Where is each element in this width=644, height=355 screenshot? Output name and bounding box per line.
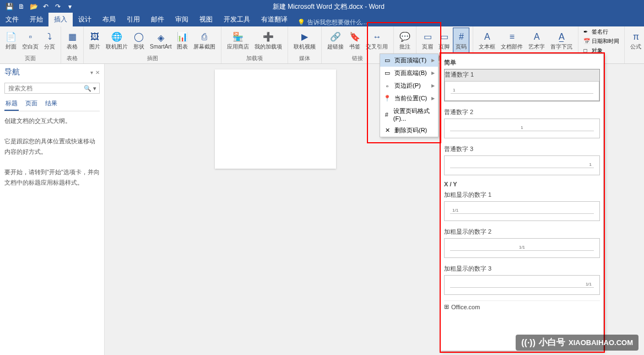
ribbon-label: 表格 bbox=[67, 43, 78, 51]
ribbon-图片[interactable]: 🖼图片 bbox=[87, 28, 102, 54]
search-icon[interactable]: 🔍 ▾ bbox=[84, 85, 96, 92]
ribbon-label: 签名行 bbox=[592, 28, 608, 36]
ribbon-页码[interactable]: #页码 bbox=[453, 28, 469, 54]
tab-layout[interactable]: 布局 bbox=[97, 13, 121, 26]
ribbon-批注[interactable]: 💬批注 bbox=[397, 28, 413, 54]
nav-tab-headings[interactable]: 标题 bbox=[4, 97, 19, 111]
pn-item-删除页码(R)[interactable]: ✕删除页码(R) bbox=[380, 124, 438, 137]
redo-icon[interactable]: ↷ bbox=[53, 2, 63, 12]
tab-view[interactable]: 视图 bbox=[194, 13, 218, 26]
gallery-item[interactable]: 加粗显示的数字 21/1 bbox=[444, 227, 600, 258]
ribbon-SmartArt[interactable]: ◈SmartArt bbox=[148, 28, 174, 54]
ribbon-icon: 🔖 bbox=[349, 31, 360, 42]
tab-design[interactable]: 设计 bbox=[73, 13, 97, 26]
pn-item-页面底端(B)[interactable]: ▭页面底端(B)▶ bbox=[380, 67, 438, 79]
tab-developer[interactable]: 开发工具 bbox=[218, 13, 256, 26]
ribbon-联机视频[interactable]: ▶联机视频 bbox=[291, 28, 318, 54]
gallery-item-title: 普通数字 2 bbox=[444, 107, 600, 117]
ribbon-日期和时间[interactable]: 📅日期和时间 bbox=[582, 37, 621, 46]
ribbon-页脚[interactable]: ▭页脚 bbox=[436, 28, 452, 54]
pn-item-页面顶端(T)[interactable]: ▭页面顶端(T)▶ bbox=[380, 54, 438, 67]
ribbon-联机图片[interactable]: 🌐联机图片 bbox=[104, 28, 130, 54]
qat-more-icon[interactable]: ▾ bbox=[65, 2, 75, 12]
ribbon-签名行[interactable]: ✒签名行 bbox=[582, 28, 621, 36]
gallery-item[interactable]: 加粗显示的数字 11/1 bbox=[444, 190, 600, 221]
office-icon: ⊞ bbox=[444, 303, 449, 310]
ribbon-label: 形状 bbox=[133, 43, 144, 51]
pn-item-设置页码格式(F)...[interactable]: #设置页码格式(F)... bbox=[380, 105, 438, 124]
open-icon[interactable]: 📂 bbox=[29, 2, 39, 12]
ribbon-空白页[interactable]: ▫空白页 bbox=[20, 28, 41, 54]
ribbon-文档部件[interactable]: ≡文档部件 bbox=[499, 28, 525, 54]
save-icon[interactable]: 💾 bbox=[4, 2, 14, 12]
ribbon-页眉[interactable]: ▭页眉 bbox=[420, 28, 435, 54]
gallery-item-title: 加粗显示的数字 3 bbox=[444, 263, 600, 274]
tab-references[interactable]: 引用 bbox=[121, 13, 145, 26]
ribbon-超链接[interactable]: 🔗超链接 bbox=[325, 28, 346, 54]
ribbon-艺术字[interactable]: A艺术字 bbox=[526, 28, 547, 54]
ribbon-公式[interactable]: π公式 bbox=[628, 28, 643, 54]
ribbon-封面[interactable]: 📄封面 bbox=[3, 28, 19, 54]
tab-home[interactable]: 开始 bbox=[24, 13, 48, 26]
titlebar: 💾 🗎 📂 ↶ ↷ ▾ 新建 Microsoft Word 文档.docx - … bbox=[0, 0, 644, 13]
ribbon-label: 封面 bbox=[6, 43, 17, 51]
ribbon-label: 文本框 bbox=[479, 43, 495, 51]
ribbon-交叉引用[interactable]: ↔交叉引用 bbox=[364, 28, 390, 54]
ribbon-icon: π bbox=[630, 31, 641, 42]
ribbon-书签[interactable]: 🔖书签 bbox=[347, 28, 362, 54]
ribbon-应用商店[interactable]: 🏪应用商店 bbox=[225, 28, 251, 54]
pn-item-页边距(P)[interactable]: ▫页边距(P)▶ bbox=[380, 79, 438, 92]
gallery-item[interactable]: 普通数字 21 bbox=[444, 107, 600, 138]
ribbon-icon: ◈ bbox=[155, 32, 166, 43]
tab-file[interactable]: 文件 bbox=[0, 13, 24, 26]
nav-dropdown-icon[interactable]: ▾ bbox=[90, 69, 93, 76]
tab-insert[interactable]: 插入 bbox=[48, 13, 73, 26]
ribbon-icon: 🏪 bbox=[232, 31, 243, 42]
nav-tab-results[interactable]: 结果 bbox=[44, 97, 58, 111]
ribbon-分页[interactable]: ⤵分页 bbox=[42, 28, 57, 54]
ribbon-icon: # bbox=[456, 31, 467, 42]
pn-item-当前位置(C)[interactable]: 📍当前位置(C)▶ bbox=[380, 92, 438, 105]
menu-icon: # bbox=[383, 111, 390, 119]
ribbon-表格[interactable]: ▦表格 bbox=[64, 28, 80, 54]
group-label: 页面 bbox=[3, 54, 57, 62]
undo-icon[interactable]: ↶ bbox=[41, 2, 51, 12]
ribbon-icon: ↔ bbox=[371, 31, 382, 42]
ribbon-图表[interactable]: 📊图表 bbox=[175, 28, 190, 54]
document-page[interactable] bbox=[215, 69, 336, 169]
nav-close-icon[interactable]: ✕ bbox=[95, 69, 100, 76]
gallery-item[interactable]: 普通数字 31 bbox=[444, 144, 600, 175]
nav-tab-pages[interactable]: 页面 bbox=[24, 97, 39, 111]
gallery-footer[interactable]: ⊞Office.com bbox=[444, 300, 600, 313]
tab-youdao[interactable]: 有道翻译 bbox=[256, 13, 293, 26]
gallery-section: 简单 bbox=[444, 58, 600, 67]
group-label: 符号 bbox=[628, 54, 644, 62]
ribbon-icon: ▫ bbox=[25, 31, 36, 42]
ribbon-label: 日期和时间 bbox=[592, 37, 619, 45]
tab-review[interactable]: 审阅 bbox=[170, 13, 194, 26]
gallery-item[interactable]: 普通数字 11 bbox=[444, 69, 600, 101]
tab-mailings[interactable]: 邮件 bbox=[145, 13, 170, 26]
ribbon-icon: ▦ bbox=[67, 31, 78, 42]
ribbon-形状[interactable]: ◯形状 bbox=[131, 28, 147, 54]
ribbon-屏幕截图[interactable]: ⎙屏幕截图 bbox=[191, 28, 218, 54]
gallery-preview: 1/1 bbox=[444, 238, 600, 258]
nav-body-line: 要开始，请转到"开始"选项卡，并向文档中的标题应用标题样式。 bbox=[4, 167, 100, 187]
ribbon-我的加载项[interactable]: ➕我的加载项 bbox=[252, 28, 284, 54]
ribbon-文本框[interactable]: A文本框 bbox=[477, 28, 497, 54]
gallery-preview: 1/1 bbox=[444, 275, 600, 295]
nav-title: 导航 bbox=[4, 67, 20, 77]
new-icon[interactable]: 🗎 bbox=[17, 2, 26, 12]
ribbon-label: 联机图片 bbox=[106, 43, 128, 51]
gallery-preview: 1 bbox=[445, 81, 599, 101]
ribbon-icon: 💬 bbox=[399, 31, 410, 42]
ribbon-首字下沉[interactable]: A̲首字下沉 bbox=[548, 28, 575, 54]
ribbon-icon: ▶ bbox=[299, 31, 310, 42]
tell-me-search[interactable]: 💡 告诉我您想要做什么... bbox=[293, 18, 371, 26]
nav-body: 创建文档的交互式大纲。 它是跟踪您的具体位置或快速移动内容的好方式。 要开始，请… bbox=[4, 116, 100, 188]
ribbon-icon: ▭ bbox=[422, 31, 433, 42]
gallery-item[interactable]: 加粗显示的数字 31/1 bbox=[444, 263, 600, 295]
menu-label: 页面底端(B) bbox=[394, 69, 427, 77]
menu-label: 页面顶端(T) bbox=[394, 56, 426, 64]
gallery-preview: 1/1 bbox=[444, 201, 600, 221]
